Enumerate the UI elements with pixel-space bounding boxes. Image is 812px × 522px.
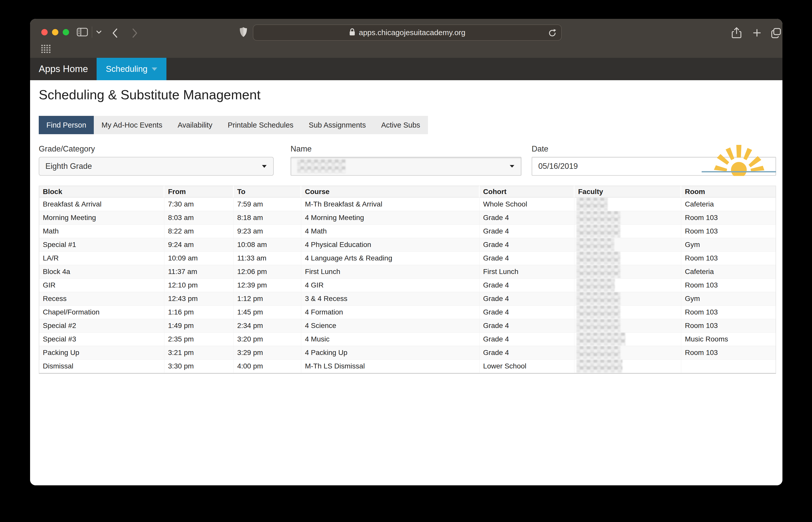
redacted-faculty-name — [577, 346, 620, 359]
name-select[interactable] — [291, 157, 521, 176]
cell-room: Room 103 — [681, 305, 776, 319]
col-header-cohort: Cohort — [480, 186, 575, 198]
cell-faculty — [575, 333, 681, 346]
cell-faculty — [575, 279, 681, 292]
schedule-table-body: Breakfast & Arrival 7:30 am 7:59 am M-Th… — [39, 198, 776, 373]
tab-overview-button[interactable] — [771, 27, 782, 39]
close-button[interactable] — [41, 29, 48, 35]
redacted-faculty-name — [577, 305, 620, 319]
tab-find-person[interactable]: Find Person — [39, 116, 94, 134]
cell-block: Morning Meeting — [39, 211, 165, 225]
schedule-table: Block From To Course Cohort Faculty Room… — [39, 186, 776, 374]
nav-scheduling-label: Scheduling — [106, 64, 147, 74]
sidebar-control[interactable] — [76, 26, 102, 38]
tab-sub-assignments[interactable]: Sub Assignments — [301, 116, 373, 134]
cell-from: 8:03 am — [165, 211, 234, 225]
cell-faculty — [575, 305, 681, 319]
cell-room: Room 103 — [681, 319, 776, 333]
cell-faculty — [575, 252, 681, 265]
redacted-faculty-name — [577, 225, 620, 238]
cell-to: 9:23 am — [234, 225, 302, 238]
window-controls — [41, 29, 69, 35]
cell-faculty — [575, 360, 681, 373]
browser-titlebar: apps.chicagojesuitacademy.org — [30, 19, 782, 58]
cell-course: M-Th Breakfast & Arrival — [301, 198, 479, 211]
tab-active-subs[interactable]: Active Subs — [373, 116, 428, 134]
cell-cohort: Grade 4 — [480, 319, 575, 333]
col-header-faculty: Faculty — [575, 186, 681, 198]
cell-cohort: Grade 4 — [480, 211, 575, 225]
table-header-row: Block From To Course Cohort Faculty Room — [39, 186, 776, 198]
table-row: LA/R 10:09 am 11:33 am 4 Language Arts &… — [39, 252, 776, 265]
cell-cohort: Grade 4 — [480, 305, 575, 319]
cell-course: 4 Language Arts & Reading — [301, 252, 479, 265]
cell-to: 7:59 am — [234, 198, 302, 211]
cell-faculty — [575, 238, 681, 252]
nav-apps-home[interactable]: Apps Home — [30, 58, 97, 80]
cell-from: 2:35 pm — [165, 333, 234, 346]
privacy-shield-icon[interactable] — [239, 26, 248, 38]
redacted-faculty-name — [577, 252, 620, 265]
grade-category-label: Grade/Category — [39, 144, 274, 154]
cell-cohort: Grade 4 — [480, 346, 575, 360]
filter-row: Grade/Category Eighth Grade Name Date — [39, 144, 776, 176]
table-row: Morning Meeting 8:03 am 8:18 am 4 Mornin… — [39, 211, 776, 225]
redacted-faculty-name — [577, 360, 622, 373]
chevron-down-icon — [152, 67, 157, 71]
cell-to: 1:45 pm — [234, 305, 302, 319]
new-tab-button[interactable] — [752, 27, 762, 39]
table-row: Dismissal 3:30 pm 4:00 pm M-Th LS Dismis… — [39, 360, 776, 373]
cell-faculty — [575, 198, 681, 211]
cell-to: 11:33 am — [234, 252, 302, 265]
table-row: Math 8:22 am 9:23 am 4 Math Grade 4 Room… — [39, 225, 776, 238]
zoom-button[interactable] — [63, 29, 69, 35]
cell-cohort: Grade 4 — [480, 279, 575, 292]
cell-cohort: Lower School — [480, 360, 575, 373]
cell-block: Dismissal — [39, 360, 165, 373]
url-bar[interactable]: apps.chicagojesuitacademy.org — [253, 24, 562, 41]
redacted-faculty-name — [577, 279, 615, 292]
redacted-faculty-name — [577, 333, 625, 346]
cell-from: 3:30 pm — [165, 360, 234, 373]
grade-category-select[interactable]: Eighth Grade — [39, 157, 274, 176]
cell-course: 4 Formation — [301, 305, 479, 319]
back-button[interactable] — [111, 27, 119, 39]
share-icon[interactable] — [732, 27, 742, 39]
cell-cohort: Grade 4 — [480, 225, 575, 238]
forward-button[interactable] — [131, 27, 139, 39]
table-row: Recess 12:43 pm 1:12 pm 3 & 4 Recess Gra… — [39, 292, 776, 305]
cell-cohort: Grade 4 — [480, 238, 575, 252]
cell-cohort: Grade 4 — [480, 292, 575, 305]
grade-category-value: Eighth Grade — [45, 162, 92, 171]
redacted-faculty-name — [577, 292, 620, 305]
cell-course: 4 Math — [301, 225, 479, 238]
col-header-block: Block — [39, 186, 165, 198]
cell-room: Cafeteria — [681, 265, 776, 279]
cell-course: First Lunch — [301, 265, 479, 279]
url-text: apps.chicagojesuitacademy.org — [359, 28, 465, 37]
cell-cohort: First Lunch — [480, 265, 575, 279]
cell-block: Math — [39, 225, 165, 238]
tab-printable-schedules[interactable]: Printable Schedules — [220, 116, 301, 134]
redacted-faculty-name — [577, 265, 620, 278]
reload-button[interactable] — [547, 28, 557, 38]
tab-my-ad-hoc-events[interactable]: My Ad-Hoc Events — [94, 116, 170, 134]
chevron-down-icon[interactable] — [96, 30, 102, 34]
sidebar-icon[interactable] — [76, 27, 88, 37]
cell-from: 1:16 pm — [165, 305, 234, 319]
lock-icon — [349, 28, 355, 37]
cell-from: 10:09 am — [165, 252, 234, 265]
table-row: Special #1 9:24 am 10:08 am 4 Physical E… — [39, 238, 776, 252]
cell-block: Special #2 — [39, 319, 165, 333]
cell-from: 9:24 am — [165, 238, 234, 252]
col-header-to: To — [234, 186, 302, 198]
toolbar-divider — [92, 26, 92, 38]
cell-block: Recess — [39, 292, 165, 305]
tab-availability[interactable]: Availability — [170, 116, 220, 134]
cell-from: 8:22 am — [165, 225, 234, 238]
cell-faculty — [575, 346, 681, 360]
cell-to: 12:06 pm — [234, 265, 302, 279]
favorites-grid-icon[interactable] — [41, 45, 51, 54]
nav-scheduling-menu[interactable]: Scheduling — [97, 58, 166, 80]
minimize-button[interactable] — [52, 29, 58, 35]
